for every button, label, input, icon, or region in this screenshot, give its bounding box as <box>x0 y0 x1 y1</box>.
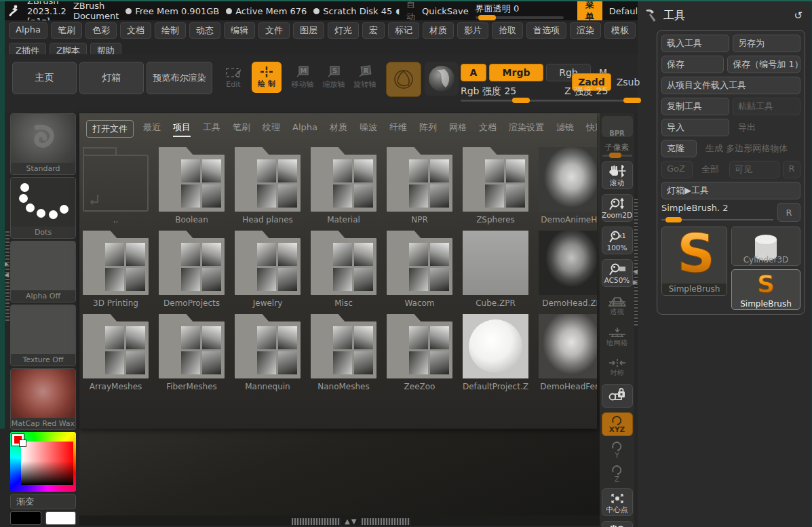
current-alpha-item[interactable]: Alpha Off <box>10 241 76 302</box>
lightbox-tab[interactable]: 噪波 <box>360 121 377 137</box>
material-channel-button[interactable]: A <box>461 64 486 81</box>
lightbox-item-thumbnail[interactable] <box>387 231 452 295</box>
draw-mode-button[interactable]: 绘 制 <box>252 62 282 93</box>
copy-tool-button[interactable]: 复制工具 <box>661 98 729 115</box>
lightbox-item[interactable]: DemoHead.ZP <box>539 231 597 308</box>
preview-boolean-button[interactable]: 预览布尔渲染 <box>147 62 212 94</box>
move-axis-button[interactable]: M 移动轴 <box>286 62 319 93</box>
slider-handle[interactable] <box>609 153 621 158</box>
pick-hammer-icon[interactable] <box>643 8 658 23</box>
lightbox-item-thumbnail[interactable] <box>235 314 301 378</box>
bpr-render-button[interactable]: BPR <box>602 116 633 137</box>
center-point-button[interactable]: 中心点 <box>602 488 633 516</box>
lightbox-tab[interactable]: 网格 <box>449 121 467 137</box>
lightbox-item-thumbnail[interactable] <box>159 231 225 295</box>
lightbox-item[interactable]: Boolean <box>159 147 225 225</box>
hand-ball-button[interactable]: 移动 <box>602 521 633 527</box>
subpixel-slider[interactable]: 子像素 <box>602 142 632 157</box>
lightbox-item[interactable]: NanoMeshes <box>311 314 376 391</box>
menu-item[interactable]: 图层 <box>293 22 324 39</box>
lightbox-to-tool-button[interactable]: 灯箱▶工具 <box>661 182 800 199</box>
texture-thumbnail[interactable] <box>11 305 75 354</box>
lightbox-item[interactable]: ZeeZoo <box>387 314 452 391</box>
lightbox-tab[interactable]: 笔刷 <box>233 121 250 137</box>
lightbox-item-thumbnail[interactable] <box>311 314 376 378</box>
palette-title[interactable]: 工具 <box>663 9 685 23</box>
zoom-actual-button[interactable]: x1100% <box>602 227 633 254</box>
lightbox-item[interactable]: Misc <box>311 231 376 308</box>
lightbox-item-thumbnail[interactable] <box>83 231 149 295</box>
lightbox-item[interactable]: FiberMeshes <box>159 314 225 391</box>
load-from-project-button[interactable]: 从项目文件载入工具 <box>661 77 800 94</box>
rotate-button[interactable]: XYZ <box>602 412 633 436</box>
lightbox-item[interactable]: Head planes <box>235 147 301 225</box>
menu-item[interactable]: 首选项 <box>526 22 566 39</box>
left-tray-splitter[interactable]: ▶◀ <box>5 229 9 321</box>
bottom-tray-splitter[interactable]: ▲▼ <box>292 518 410 525</box>
current-texture-item[interactable]: Texture Off <box>10 305 76 366</box>
camera-lock-button[interactable] <box>602 384 633 408</box>
menu-item[interactable]: 笔刷 <box>51 22 82 39</box>
open-file-button[interactable]: 打开文件 <box>86 120 134 138</box>
window-border-left[interactable] <box>0 0 5 429</box>
lightbox-item-thumbnail[interactable] <box>387 147 452 212</box>
floor-grid-button[interactable]: 地网格 <box>602 323 633 349</box>
lightbox-item-thumbnail[interactable] <box>159 314 225 378</box>
tool-item-simplebrush[interactable]: S SimpleBrush <box>731 269 800 310</box>
lightbox-item-thumbnail[interactable] <box>463 147 528 212</box>
current-tool-button[interactable] <box>386 62 421 97</box>
lightbox-item[interactable]: DemoProjects <box>159 231 225 308</box>
lightbox-item-thumbnail[interactable] <box>311 231 376 295</box>
lightbox-item-thumbnail[interactable] <box>463 314 528 378</box>
lightbox-tab[interactable]: 纹理 <box>263 121 280 137</box>
goz-visible-button[interactable]: 可见 <box>729 161 779 178</box>
lightbox-item-thumbnail[interactable] <box>311 147 376 212</box>
zoom-half-button[interactable]: AC50% <box>602 259 633 287</box>
gradient-toggle[interactable]: 渐变 <box>10 494 76 509</box>
lightbox-tab[interactable]: 阵列 <box>419 121 437 137</box>
lightbox-item[interactable]: 3D Printing <box>83 231 149 308</box>
menu-item[interactable]: 宏 <box>362 22 385 39</box>
lightbox-tab[interactable]: 纤维 <box>389 121 407 137</box>
lightbox-tab[interactable]: 最近 <box>143 121 161 137</box>
lightbox-tab[interactable]: Alpha <box>292 122 317 136</box>
menu-item[interactable]: 拾取 <box>492 22 523 39</box>
paste-tool-button[interactable]: 粘贴工具 <box>733 98 800 115</box>
quicksave-button[interactable]: QuickSave <box>422 6 469 16</box>
lightbox-item[interactable]: Cube.ZPR <box>463 231 528 308</box>
clone-button[interactable]: 克隆 <box>661 140 697 157</box>
menu-item[interactable]: 编辑 <box>224 22 255 39</box>
goz-button[interactable]: GoZ <box>661 161 693 178</box>
zoom-2d-button[interactable]: Zoom2D <box>602 194 633 222</box>
lightbox-item-thumbnail[interactable] <box>159 147 225 212</box>
lightbox-item[interactable]: DefaultProject.ZF <box>463 314 528 391</box>
edit-mode-button[interactable]: Edit <box>218 62 248 93</box>
menu-item[interactable]: 材质 <box>423 22 454 39</box>
lightbox-item[interactable]: ZSpheres <box>463 147 528 225</box>
current-material-item[interactable]: MatCap Red Wax <box>10 368 76 430</box>
material-thumbnail[interactable] <box>11 369 75 418</box>
current-brush-item[interactable]: Standard <box>10 113 76 175</box>
save-button[interactable]: 保存 <box>661 56 724 73</box>
saturation-value-square[interactable] <box>21 442 73 485</box>
menu-item[interactable]: 文件 <box>258 22 290 39</box>
lightbox-item[interactable]: .. <box>83 147 149 225</box>
current-stroke-item[interactable]: Dots <box>10 177 76 239</box>
menu-item[interactable]: 绘制 <box>155 22 186 39</box>
lightbox-item[interactable]: DemoAnimeHe <box>539 147 597 225</box>
ui-opacity-slider[interactable]: 界面透明 0 <box>476 3 564 19</box>
lightbox-item-thumbnail[interactable] <box>539 314 597 378</box>
menu-item[interactable]: 灯光 <box>328 22 359 39</box>
lightbox-tab[interactable]: 快速保存 <box>586 121 597 137</box>
lightbox-tab[interactable]: 项目 <box>173 121 191 137</box>
slider-handle[interactable] <box>478 15 496 20</box>
lightbox-item-thumbnail[interactable] <box>539 147 597 212</box>
import-button[interactable]: 导入 <box>661 119 729 136</box>
lightbox-tab[interactable]: 文档 <box>479 121 497 137</box>
lightbox-item-thumbnail[interactable] <box>387 314 452 378</box>
lightbox-item[interactable]: Material <box>311 147 376 225</box>
symmetry-button[interactable]: 对称 <box>602 354 633 379</box>
menu-item[interactable]: 模板 <box>604 22 636 39</box>
document-title[interactable]: ZBrush Document <box>73 1 119 21</box>
rotate-axis-button[interactable]: R 旋转轴 <box>349 62 381 93</box>
